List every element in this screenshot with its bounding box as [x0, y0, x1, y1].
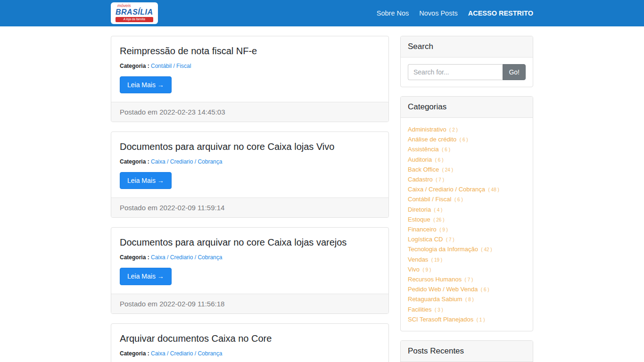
category-item: Recursos Humanos ( 7 ) — [408, 274, 526, 284]
category-link[interactable]: Diretoria — [408, 206, 431, 213]
recent-posts-title: Posts Recentes — [401, 341, 533, 362]
category-item: SCI Terasoft Planejados ( 1 ) — [408, 314, 526, 324]
category-link[interactable]: SCI Terasoft Planejados — [408, 316, 473, 323]
navbar-links: Sobre Nos Novos Posts ACESSO RESTRITO — [377, 9, 533, 17]
category-count: ( 2 ) — [449, 127, 458, 132]
post-card: Documentos para arquivar no core Caixa l… — [111, 132, 389, 218]
category-item: Cadastro ( 7 ) — [408, 174, 526, 184]
category-count: ( 7 ) — [446, 237, 454, 242]
posts-list: Reimpressão de nota fiscal NF-e Categori… — [111, 36, 389, 362]
post-category-link[interactable]: Contábil / Fiscal — [151, 63, 191, 69]
category-link[interactable]: Financeiro — [408, 226, 437, 233]
search-go-button[interactable]: Go! — [503, 64, 526, 80]
category-count: ( 9 ) — [439, 227, 448, 232]
top-navbar: móveis BRASÍLIA A loja da família Sobre … — [0, 0, 644, 26]
read-more-button[interactable]: Leia Mais → — [120, 268, 172, 285]
category-link[interactable]: Facilities — [408, 306, 432, 313]
category-link[interactable]: Logística CD — [408, 236, 443, 243]
nav-link-novos-posts[interactable]: Novos Posts — [419, 9, 457, 17]
category-link[interactable]: Caixa / Crediario / Cobrança — [408, 186, 485, 193]
post-category-link[interactable]: Caixa / Crediario / Cobrança — [151, 350, 222, 357]
category-count: ( 1 ) — [477, 317, 485, 322]
post-category-label: Categoria : — [120, 158, 149, 165]
read-more-button[interactable]: Leia Mais → — [120, 172, 172, 189]
logo-top-text: móveis — [116, 4, 153, 8]
category-count: ( 6 ) — [435, 157, 444, 163]
category-count: ( 19 ) — [431, 257, 442, 263]
category-link[interactable]: Vendas — [408, 256, 428, 263]
post-card: Documentos para arquivar no core Caixa l… — [111, 227, 389, 313]
category-count: ( 6 ) — [454, 197, 463, 202]
post-title: Reimpressão de nota fiscal NF-e — [120, 46, 380, 57]
search-panel-title: Search — [401, 36, 533, 58]
search-panel: Search Go! — [400, 36, 533, 87]
category-link[interactable]: Tecnologia da Informação — [408, 246, 478, 253]
category-item: Back Office ( 24 ) — [408, 165, 526, 174]
post-category-label: Categoria : — [120, 254, 149, 261]
category-count: ( 6 ) — [481, 287, 489, 292]
category-item: Pedido Web / Web Venda ( 6 ) — [408, 284, 526, 294]
category-count: ( 7 ) — [436, 177, 444, 182]
category-link[interactable]: Administrativo — [408, 126, 446, 133]
category-link[interactable]: Vivo — [408, 266, 420, 273]
category-count: ( 48 ) — [488, 187, 499, 192]
logo-main-text: BRASÍLIA — [116, 8, 153, 16]
post-date: Postado em 2022-02-09 11:56:18 — [111, 294, 388, 313]
category-link[interactable]: Back Office — [408, 166, 439, 173]
category-link[interactable]: Pedido Web / Web Venda — [408, 286, 478, 293]
post-date: Postado em 2022-02-09 11:59:14 — [111, 197, 388, 217]
category-link[interactable]: Cadastro — [408, 176, 433, 183]
category-item: Caixa / Crediario / Cobrança ( 48 ) — [408, 184, 526, 194]
post-title: Documentos para arquivar no core Caixa l… — [120, 141, 380, 152]
category-count: ( 3 ) — [435, 307, 443, 313]
category-item: Vivo ( 9 ) — [408, 264, 526, 274]
category-count: ( 7 ) — [465, 277, 473, 282]
post-category-link[interactable]: Caixa / Crediario / Cobrança — [151, 158, 222, 165]
category-link[interactable]: Auditoria — [408, 156, 432, 163]
sidebar: Search Go! Categorias Administrativo ( 2… — [400, 36, 533, 362]
category-item: Logística CD ( 7 ) — [408, 234, 526, 244]
category-link[interactable]: Retaguarda Sabium — [408, 296, 462, 303]
nav-link-sobre-nos[interactable]: Sobre Nos — [377, 9, 409, 17]
post-category-label: Categoria : — [120, 63, 149, 69]
category-item: Análise de crédito ( 6 ) — [408, 134, 526, 144]
category-count: ( 24 ) — [442, 167, 453, 173]
categories-panel: Categorias Administrativo ( 2 ) Análise … — [400, 96, 533, 331]
category-item: Estoque ( 26 ) — [408, 214, 526, 224]
category-item: Facilities ( 3 ) — [408, 304, 526, 314]
category-link[interactable]: Contábil / Fiscal — [408, 196, 451, 203]
search-input[interactable] — [408, 64, 503, 80]
post-card: Arquivar documentos Caixa no Core Catego… — [111, 323, 389, 362]
category-count: ( 9 ) — [423, 267, 431, 272]
read-more-button[interactable]: Leia Mais → — [120, 76, 172, 93]
category-link[interactable]: Análise de crédito — [408, 136, 456, 143]
post-category-link[interactable]: Caixa / Crediario / Cobrança — [151, 254, 222, 261]
category-count: ( 6 ) — [442, 147, 450, 152]
category-item: Vendas ( 19 ) — [408, 255, 526, 264]
category-item: Diretoria ( 4 ) — [408, 205, 526, 214]
category-item: Contábil / Fiscal ( 6 ) — [408, 194, 526, 204]
category-count: ( 6 ) — [460, 137, 468, 142]
logo-tagline: A loja da família — [116, 17, 153, 22]
category-count: ( 8 ) — [465, 297, 474, 302]
category-link[interactable]: Recursos Humanos — [408, 276, 462, 283]
post-category-label: Categoria : — [120, 350, 149, 357]
recent-posts-panel: Posts Recentes Lançamento manual de Nota… — [400, 340, 533, 362]
category-link[interactable]: Assistência — [408, 146, 439, 153]
category-item: Tecnologia da Informação ( 42 ) — [408, 244, 526, 254]
category-item: Administrativo ( 2 ) — [408, 124, 526, 134]
post-title: Documentos para arquivar no core Caixa l… — [120, 237, 380, 248]
category-link[interactable]: Estoque — [408, 216, 430, 223]
nav-link-acesso-restrito[interactable]: ACESSO RESTRITO — [468, 9, 533, 17]
category-item: Retaguarda Sabium ( 8 ) — [408, 294, 526, 304]
categories-panel-title: Categorias — [401, 97, 533, 118]
category-count: ( 4 ) — [434, 207, 443, 213]
category-count: ( 26 ) — [433, 217, 444, 222]
post-card: Reimpressão de nota fiscal NF-e Categori… — [111, 36, 389, 122]
brand-logo[interactable]: móveis BRASÍLIA A loja da família — [111, 2, 158, 24]
category-item: Auditoria ( 6 ) — [408, 155, 526, 165]
category-count: ( 42 ) — [481, 247, 492, 252]
post-title: Arquivar documentos Caixa no Core — [120, 333, 380, 344]
category-item: Assistência ( 6 ) — [408, 144, 526, 154]
post-date: Postado em 2022-02-23 14:45:03 — [111, 102, 388, 122]
